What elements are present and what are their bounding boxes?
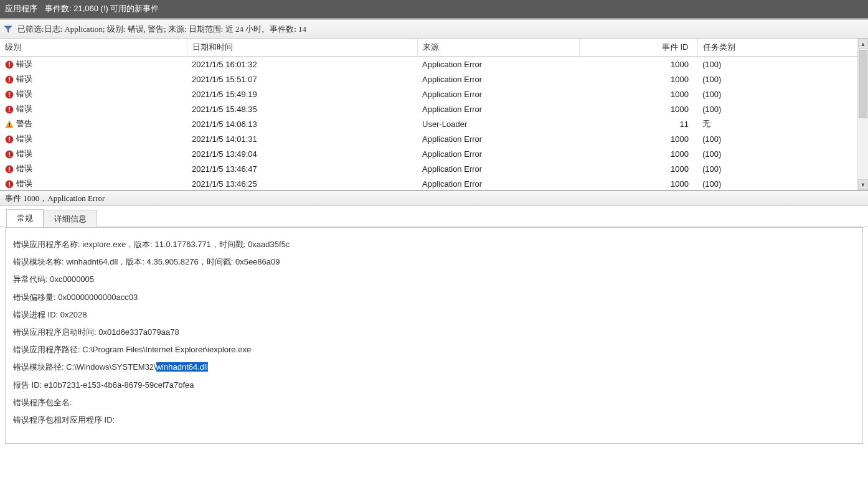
log-header-bar: 应用程序 事件数: 21,060 (!) 可用的新事件	[0, 0, 868, 17]
event-id: 1000	[671, 90, 689, 99]
filter-icon	[4, 25, 12, 34]
error-icon	[5, 149, 14, 159]
event-category: (100)	[702, 105, 721, 114]
detail-header: 事件 1000，Application Error	[0, 191, 868, 206]
svg-rect-26	[9, 182, 10, 185]
col-header-category[interactable]: 任务类别	[697, 39, 868, 57]
event-source: Application Error	[422, 149, 482, 159]
svg-rect-5	[9, 77, 10, 80]
error-icon	[5, 104, 14, 114]
event-level: 错误	[16, 103, 32, 115]
tab-general[interactable]: 常规	[6, 209, 44, 227]
event-category: (100)	[702, 75, 721, 84]
event-category: 无	[702, 119, 710, 128]
detail-header-text: 事件 1000，Application Error	[5, 193, 105, 204]
detail-line: 错误应用程序启动时间: 0x01d6e337a079aa78	[13, 327, 855, 338]
svg-rect-15	[9, 126, 9, 126]
detail-line: 错误模块名称: winhadnt64.dll，版本: 4.35.905.8276…	[13, 256, 855, 268]
event-source: Application Error	[422, 60, 482, 69]
event-date: 2021/1/5 14:06:13	[192, 120, 257, 129]
event-category: (100)	[702, 179, 721, 189]
events-table-wrapper: 级别 日期和时间 来源 事件 ID 任务类别 错误2021/1/5 16:01:…	[0, 39, 868, 191]
event-category: (100)	[702, 90, 721, 99]
col-header-source[interactable]: 来源	[417, 39, 579, 57]
svg-rect-17	[9, 137, 10, 140]
error-icon	[5, 74, 14, 84]
event-date: 2021/1/5 13:46:25	[192, 179, 257, 189]
event-source: Application Error	[422, 179, 482, 189]
svg-marker-0	[4, 26, 12, 32]
events-scrollbar[interactable]: ▲ ▼	[857, 39, 868, 190]
tab-details[interactable]: 详细信息	[44, 210, 97, 227]
event-source: Application Error	[422, 75, 482, 84]
table-row[interactable]: 错误2021/1/5 16:01:32Application Error1000…	[0, 57, 868, 72]
table-row[interactable]: 错误2021/1/5 13:46:25Application Error1000…	[0, 176, 868, 191]
error-icon	[5, 59, 14, 69]
warning-icon	[5, 119, 14, 129]
filter-text: 已筛选:日志: Application; 级别: 错误, 警告; 来源: 日期范…	[17, 24, 306, 35]
table-row[interactable]: 错误2021/1/5 14:01:31Application Error1000…	[0, 131, 868, 146]
scroll-down-button[interactable]: ▼	[858, 179, 868, 190]
col-header-level[interactable]: 级别	[0, 39, 187, 57]
svg-rect-18	[9, 141, 10, 142]
event-id: 1000	[671, 134, 689, 144]
table-row[interactable]: 错误2021/1/5 15:49:19Application Error1000…	[0, 87, 868, 101]
svg-rect-8	[9, 92, 10, 95]
event-level: 错误	[16, 59, 32, 70]
svg-rect-20	[9, 152, 10, 155]
detail-line: 错误偏移量: 0x00000000000acc03	[13, 292, 855, 303]
event-level: 错误	[16, 163, 32, 174]
event-date: 2021/1/5 13:46:47	[192, 164, 257, 174]
svg-rect-14	[9, 123, 9, 125]
error-icon	[5, 179, 14, 189]
event-id: 1000	[671, 179, 689, 189]
log-title: 应用程序	[5, 3, 37, 14]
event-date: 2021/1/5 15:51:07	[192, 75, 257, 84]
detail-line: 异常代码: 0xc0000005	[13, 274, 855, 285]
col-header-id[interactable]: 事件 ID	[579, 39, 697, 57]
event-source: Application Error	[422, 164, 482, 174]
event-level: 错误	[16, 133, 32, 144]
svg-rect-3	[9, 66, 10, 67]
scroll-thumb[interactable]	[859, 50, 867, 118]
svg-rect-9	[9, 96, 10, 97]
event-id: 1000	[671, 164, 689, 174]
event-source: Application Error	[422, 134, 482, 144]
svg-rect-2	[9, 62, 10, 65]
detail-line: 错误应用程序名称: iexplore.exe，版本: 11.0.17763.77…	[13, 239, 855, 250]
table-row[interactable]: 警告2021/1/5 14:06:13User-Loader11无	[0, 116, 868, 131]
event-source: Application Error	[422, 90, 482, 99]
table-row[interactable]: 错误2021/1/5 13:49:04Application Error1000…	[0, 146, 868, 161]
events-table: 级别 日期和时间 来源 事件 ID 任务类别 错误2021/1/5 16:01:…	[0, 39, 868, 191]
detail-line: 错误应用程序路径: C:\Program Files\Internet Expl…	[13, 344, 855, 355]
filter-bar: 已筛选:日志: Application; 级别: 错误, 警告; 来源: 日期范…	[0, 20, 868, 39]
svg-rect-23	[9, 167, 10, 170]
event-level: 错误	[16, 88, 32, 100]
event-id: 11	[680, 120, 689, 129]
event-date: 2021/1/5 14:01:31	[192, 134, 257, 144]
detail-pane: 错误应用程序名称: iexplore.exe，版本: 11.0.17763.77…	[5, 227, 863, 444]
svg-rect-27	[9, 185, 10, 187]
event-id: 1000	[671, 105, 689, 114]
table-row[interactable]: 错误2021/1/5 13:46:47Application Error1000…	[0, 161, 868, 176]
detail-module-path-highlight[interactable]: winhadnt64.dll	[156, 362, 208, 372]
detail-line: 错误进程 ID: 0x2028	[13, 309, 855, 321]
detail-line: 错误程序包全名:	[13, 397, 855, 408]
table-row[interactable]: 错误2021/1/5 15:48:35Application Error1000…	[0, 101, 868, 116]
col-header-date[interactable]: 日期和时间	[187, 39, 417, 57]
event-id: 1000	[671, 75, 689, 84]
detail-line: 报告 ID: e10b7231-e153-4b6a-8679-59cef7a7b…	[13, 380, 855, 391]
error-icon	[5, 89, 14, 99]
events-header-row[interactable]: 级别 日期和时间 来源 事件 ID 任务类别	[0, 39, 868, 57]
scroll-up-button[interactable]: ▲	[858, 39, 868, 49]
event-level: 错误	[16, 148, 32, 159]
event-level: 警告	[16, 118, 32, 129]
svg-rect-24	[9, 171, 10, 172]
event-date: 2021/1/5 15:49:19	[192, 90, 257, 99]
event-level: 错误	[16, 178, 32, 189]
detail-module-path-prefix: 错误模块路径: C:\Windows\SYSTEM32\	[13, 362, 156, 372]
event-category: (100)	[702, 149, 721, 159]
event-source: User-Loader	[422, 120, 467, 129]
table-row[interactable]: 错误2021/1/5 15:51:07Application Error1000…	[0, 72, 868, 87]
event-date: 2021/1/5 16:01:32	[192, 60, 257, 69]
